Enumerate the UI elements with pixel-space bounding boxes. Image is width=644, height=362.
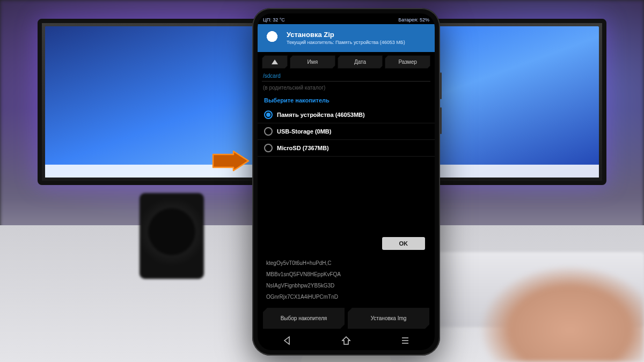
current-path: /sdcard	[258, 71, 435, 80]
storage-dialog-title: Выберите накопитель	[258, 93, 435, 107]
twrp-header: Установка Zip Текущий накопитель: Память…	[258, 24, 435, 52]
storage-option-label: MicroSD (7367MB)	[277, 145, 329, 151]
select-storage-button[interactable]: Выбор накопителя	[263, 308, 345, 329]
storage-option-label: Память устройства (46053MB)	[277, 112, 365, 118]
storage-option-internal[interactable]: Память устройства (46053MB)	[258, 107, 435, 123]
nav-home-icon[interactable]	[341, 336, 351, 345]
sort-by-size-button[interactable]: Размер	[385, 55, 430, 69]
android-nav-bar	[258, 333, 435, 350]
list-item[interactable]: ktegOy5vT0t6uH+huPdH,C	[264, 257, 428, 269]
radio-unselected-icon	[264, 144, 273, 152]
header-title: Установка Zip	[287, 31, 405, 39]
nav-recents-icon[interactable]	[400, 336, 410, 345]
speaker	[140, 193, 204, 279]
parent-directory-link[interactable]: (в родительский каталог)	[258, 83, 435, 93]
radio-selected-icon	[264, 110, 273, 119]
list-item[interactable]: NsIAgVFignbhpw2YB5kG3D	[264, 280, 428, 291]
twrp-logo-icon	[262, 27, 282, 48]
list-item[interactable]: OGnrRjx7CX1A4iHUPCmTnD	[264, 291, 428, 302]
storage-option-usb[interactable]: USB-Storage (0MB)	[258, 123, 435, 140]
list-item[interactable]: MBBv1snQ5FVN8HEppKvFQA	[264, 269, 428, 280]
status-cpu: ЦП: 32 °C	[263, 17, 285, 23]
sort-row: Имя Дата Размер	[258, 52, 435, 71]
status-battery: Батарея: 52%	[398, 17, 429, 23]
phone-screen: ЦП: 32 °C 15:48 Батарея: 52% Установка Z…	[258, 13, 435, 350]
install-img-button[interactable]: Установка Img	[348, 308, 429, 329]
phone-frame: ЦП: 32 °C 15:48 Батарея: 52% Установка Z…	[252, 8, 440, 356]
ok-button[interactable]: OK	[382, 237, 426, 250]
keyboard	[419, 252, 644, 327]
display-notch	[322, 13, 370, 22]
sort-ascending-icon	[272, 60, 278, 64]
sort-by-name-button[interactable]: Имя	[290, 55, 335, 69]
sort-by-date-button[interactable]: Дата	[338, 55, 383, 69]
radio-unselected-icon	[264, 127, 273, 136]
storage-option-microsd[interactable]: MicroSD (7367MB)	[258, 140, 435, 157]
annotation-arrow-icon	[212, 150, 250, 172]
file-list: ktegOy5vT0t6uH+huPdH,C MBBv1snQ5FVN8HEpp…	[258, 257, 435, 302]
sort-direction-button[interactable]	[262, 55, 288, 69]
header-subtitle: Текущий накопитель: Память устройства (4…	[287, 40, 405, 45]
nav-back-icon[interactable]	[282, 336, 292, 345]
storage-option-label: USB-Storage (0MB)	[277, 128, 331, 135]
